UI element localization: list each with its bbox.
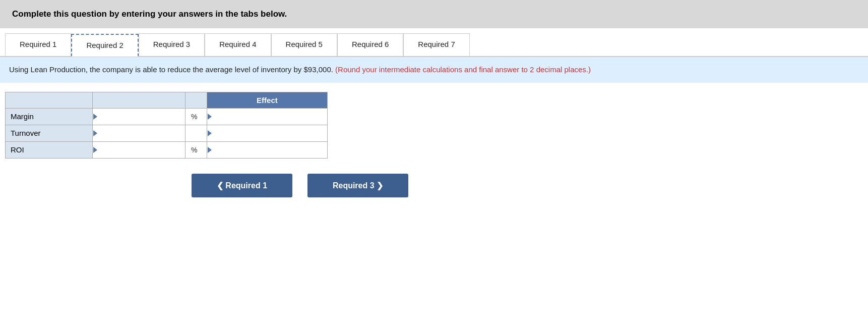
tabs-container: Required 1 Required 2 Required 3 Require… <box>0 33 868 57</box>
row-label-margin: Margin <box>6 108 93 125</box>
roi-effect-cell[interactable] <box>207 141 327 158</box>
turnover-effect-input[interactable] <box>211 128 307 139</box>
turnover-effect-arrow <box>208 130 212 136</box>
instruction-header: Complete this question by entering your … <box>0 0 868 28</box>
row-label-turnover: Turnover <box>6 125 93 141</box>
tab-required1[interactable]: Required 1 <box>5 33 71 56</box>
tab-required4[interactable]: Required 4 <box>205 33 271 56</box>
turnover-percent-cell <box>185 125 207 141</box>
info-bar: Using Lean Production, the company is ab… <box>0 57 868 83</box>
row-label-roi: ROI <box>6 141 93 158</box>
margin-effect-input[interactable] <box>211 111 307 122</box>
roi-effect-input[interactable] <box>211 144 307 155</box>
tab-required6[interactable]: Required 6 <box>337 33 403 56</box>
margin-input-cell[interactable] <box>93 108 185 125</box>
roi-input-cell[interactable] <box>93 141 185 158</box>
col-header-effect: Effect <box>207 92 327 108</box>
margin-value-input[interactable] <box>103 111 168 122</box>
col-header-input <box>93 92 185 108</box>
table-row: Turnover <box>6 125 328 141</box>
turnover-input-cell[interactable] <box>93 125 185 141</box>
margin-effect-arrow <box>208 114 212 120</box>
turnover-value-input[interactable] <box>103 128 168 139</box>
tab-required3[interactable]: Required 3 <box>139 33 205 56</box>
table-row: Margin % <box>6 108 328 125</box>
roi-input-arrow <box>93 147 97 153</box>
col-header-label <box>6 92 93 108</box>
tab-required2[interactable]: Required 2 <box>71 34 138 57</box>
table-header-row: Effect <box>6 92 328 108</box>
margin-input-arrow <box>93 114 97 120</box>
turnover-effect-cell[interactable] <box>207 125 327 141</box>
roi-percent-cell: % <box>185 141 207 158</box>
margin-percent-cell: % <box>185 108 207 125</box>
col-header-percent <box>185 92 207 108</box>
margin-effect-cell[interactable] <box>207 108 327 125</box>
turnover-input-arrow <box>93 130 97 136</box>
table-row: ROI % <box>6 141 328 158</box>
tab-required7[interactable]: Required 7 <box>403 33 469 56</box>
data-table-section: Effect Margin % <box>5 92 868 159</box>
roi-value-input[interactable] <box>103 144 168 155</box>
margin-turnover-roi-table: Effect Margin % <box>5 92 328 159</box>
next-button[interactable]: Required 3 ❯ <box>307 174 408 197</box>
roi-effect-arrow <box>208 147 212 153</box>
prev-button[interactable]: ❮ Required 1 <box>192 174 292 197</box>
tab-required5[interactable]: Required 5 <box>271 33 337 56</box>
navigation-buttons: ❮ Required 1 Required 3 ❯ <box>192 174 868 197</box>
